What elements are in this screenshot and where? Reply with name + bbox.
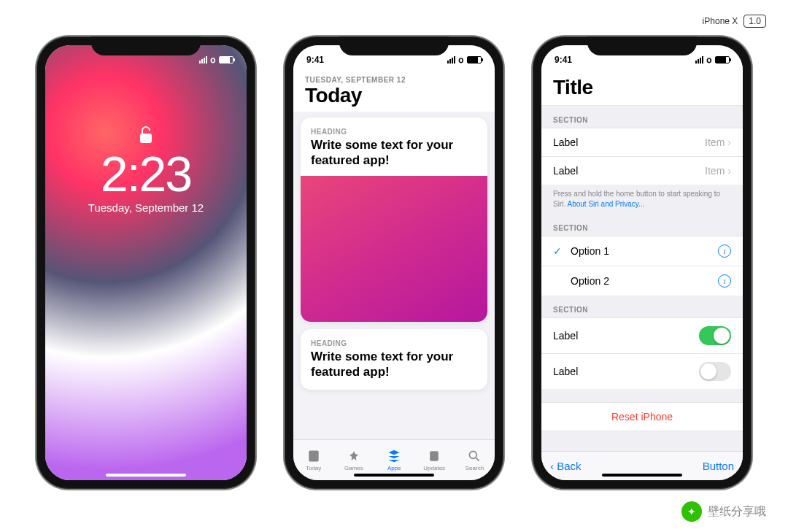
home-indicator[interactable] [602,474,682,477]
featured-card[interactable]: HEADING Write some text for your feature… [301,329,487,390]
header-label: iPhone X 1.0 [703,15,766,28]
info-icon[interactable]: i [718,244,731,258]
page-title: Today [305,84,483,107]
watermark: ✦ 壁纸分享哦 [681,501,766,522]
phone-lockscreen: ໐ 2:23 Tuesday, September 12 [36,36,255,489]
section-footer: Press and hold the home button to start … [541,185,743,214]
phone-settings: 9:41 ໐ Title SECTION LabelItem› LabelIte… [533,36,752,489]
reset-button[interactable]: Reset iPhone [541,402,743,431]
home-indicator[interactable] [106,474,186,477]
card-heading: HEADING [311,128,477,136]
notch [91,36,201,55]
privacy-link[interactable]: About Siri and Privacy... [567,200,644,208]
chevron-right-icon: › [727,136,731,148]
signal-icon [199,56,207,63]
chevron-right-icon: › [727,165,731,177]
version-badge: 1.0 [743,15,766,28]
section-header: SECTION [541,106,743,128]
featured-card[interactable]: HEADING Write some text for your feature… [301,117,487,322]
wifi-icon: ໐ [458,55,464,65]
section-header: SECTION [541,296,743,317]
notch [339,36,449,55]
toggle-row: Label [541,353,743,389]
card-text: Write some text for your featured app! [311,349,477,380]
signal-icon [695,56,703,63]
info-icon[interactable]: i [718,274,731,288]
battery-icon [219,56,233,63]
lock-time: 2:23 [45,149,247,198]
toggle-switch[interactable] [699,362,731,381]
chevron-left-icon: ‹ [550,460,554,472]
toggle-switch[interactable] [699,326,731,345]
card-heading: HEADING [311,339,477,347]
option-row[interactable]: Option 2i [541,266,743,296]
device-name: iPhone X [703,16,738,26]
section-header: SECTION [541,214,743,236]
action-button[interactable]: Button [703,460,734,472]
tab-today[interactable]: Today [293,440,333,480]
svg-rect-1 [309,451,318,462]
tab-search[interactable]: Search [455,440,495,480]
svg-rect-0 [140,134,152,143]
status-time: 9:41 [555,55,572,65]
toggle-row: Label [541,317,743,353]
status-time: 9:41 [306,55,324,65]
battery-icon [467,56,482,63]
card-text: Write some text for your featured app! [311,137,477,169]
back-button[interactable]: ‹ Back [550,460,582,472]
notch [587,36,697,55]
card-image [301,176,487,322]
phone-appstore: 9:41 ໐ TUESDAY, SEPTEMBER 12 Today HEADI… [285,36,503,489]
checkmark-icon: ✓ [553,245,563,257]
date-eyebrow: TUESDAY, SEPTEMBER 12 [305,76,483,84]
wifi-icon: ໐ [210,55,216,65]
signal-icon [447,56,455,63]
svg-rect-2 [430,451,439,460]
wechat-icon: ✦ [681,501,702,522]
table-row[interactable]: LabelItem› [541,156,743,185]
table-row[interactable]: LabelItem› [541,128,743,156]
battery-icon [715,56,730,63]
option-row[interactable]: ✓Option 1i [541,236,743,266]
home-indicator[interactable] [354,474,434,477]
svg-point-3 [470,451,477,458]
page-title: Title [553,76,731,99]
lock-date: Tuesday, September 12 [45,201,247,214]
wifi-icon: ໐ [706,55,712,65]
